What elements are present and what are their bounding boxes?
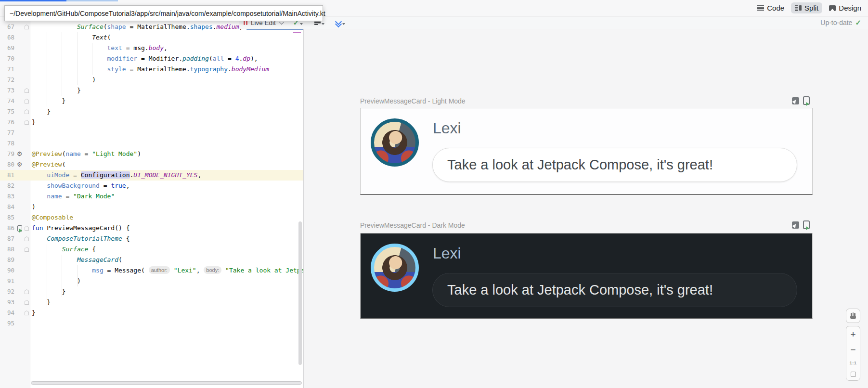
compose-preview-pane: PreviewMessageCard - Light Mode Lexi Tak… (303, 16, 868, 388)
code-text: } (32, 85, 81, 96)
code-text: modifier = Modifier.padding(all = 4.dp), (32, 53, 258, 64)
line-number: 86 (0, 223, 14, 233)
code-text: @Preview( (32, 159, 65, 170)
interactive-preview-icon[interactable] (792, 221, 799, 229)
code-line[interactable]: 79⚙@Preview(name = "Light Mode") (0, 149, 303, 159)
dropdown-caret-icon (322, 23, 324, 25)
code-text: ) (32, 202, 36, 212)
code-line[interactable]: 86fun PreviewMessageCard() { (0, 223, 303, 233)
code-line[interactable]: 77 (0, 128, 303, 138)
view-mode-code[interactable]: Code (753, 2, 788, 13)
code-text: @Preview(name = "Light Mode") (32, 149, 141, 159)
code-line[interactable]: 92 } (0, 286, 303, 297)
dropdown-caret-icon (342, 23, 345, 25)
code-text: } (32, 117, 36, 128)
design-view-label: Design (839, 4, 861, 12)
code-text: } (32, 308, 36, 318)
code-line[interactable]: 91 ) (0, 276, 303, 286)
line-number: 79 (0, 149, 14, 159)
run-preview-icon[interactable] (803, 220, 810, 229)
preview-settings-icon[interactable]: ⚙ (17, 149, 23, 159)
fold-marker-icon[interactable] (25, 226, 29, 231)
line-number: 71 (0, 64, 14, 75)
code-line[interactable]: 82 showBackground = true, (0, 181, 303, 191)
line-number: 92 (0, 286, 14, 297)
zoom-actual-size-button[interactable]: 1:1 (849, 361, 856, 365)
collapse-all-icon[interactable] (335, 20, 341, 26)
code-line[interactable]: 85@Composable (0, 212, 303, 223)
fold-marker-icon[interactable] (25, 120, 29, 125)
dropdown-caret-icon (300, 23, 303, 25)
run-preview-gutter-icon[interactable] (17, 225, 22, 232)
interactive-preview-icon[interactable] (792, 97, 799, 104)
view-mode-switcher: Code Split Design (753, 2, 865, 13)
line-number: 83 (0, 191, 14, 202)
fold-marker-icon[interactable] (25, 88, 29, 93)
split-view-label: Split (804, 4, 818, 12)
fold-marker-icon[interactable] (25, 109, 29, 114)
code-text: } (32, 106, 51, 117)
code-text: ) (32, 75, 96, 85)
pan-tool-button[interactable] (846, 309, 860, 323)
author-name: Lexi (433, 119, 461, 137)
editor-code-area[interactable]: 67 Surface(shape = MaterialTheme.shapes.… (0, 16, 303, 388)
line-number: 84 (0, 202, 14, 212)
zoom-out-button[interactable]: − (850, 345, 855, 354)
code-text: fun PreviewMessageCard() { (32, 223, 130, 233)
code-text: ComposeTutorialTheme { (32, 233, 130, 244)
view-mode-design[interactable]: Design (825, 2, 865, 13)
code-line[interactable]: 72 ) (0, 75, 303, 85)
view-mode-split[interactable]: Split (791, 2, 822, 13)
fold-marker-icon[interactable] (25, 289, 29, 294)
code-text: name = "Dark Mode" (32, 191, 115, 202)
fold-marker-icon[interactable] (25, 247, 29, 252)
dark-preview-actions (792, 220, 810, 229)
code-line[interactable]: 76} (0, 117, 303, 128)
code-line[interactable]: 93 } (0, 297, 303, 308)
code-line[interactable]: 70 modifier = Modifier.padding(all = 4.d… (0, 53, 303, 64)
dark-preview-title[interactable]: PreviewMessageCard - Dark Mode (360, 221, 465, 229)
code-line[interactable]: 87 ComposeTutorialTheme { (0, 233, 303, 244)
selection-mark (293, 32, 301, 33)
run-preview-icon[interactable] (803, 96, 810, 105)
line-number: 74 (0, 96, 14, 106)
code-line[interactable]: 80⚙@Preview( (0, 159, 303, 170)
code-line[interactable]: 94} (0, 308, 303, 318)
dark-preview-card[interactable]: Lexi Take a look at Jetpack Compose, it'… (360, 233, 813, 319)
code-line[interactable]: 88 Surface { (0, 244, 303, 255)
code-line[interactable]: 90 msg = Message( author: "Lexi", body: … (0, 265, 303, 276)
code-text: text = msg.body, (32, 43, 168, 53)
line-number: 93 (0, 297, 14, 308)
zoom-in-button[interactable]: + (850, 330, 855, 339)
code-text: msg = Message( author: "Lexi", body: "Ta… (32, 265, 303, 276)
code-line[interactable]: 75 } (0, 106, 303, 117)
line-number: 73 (0, 85, 14, 96)
code-text: } (32, 286, 65, 297)
code-line[interactable]: 81 uiMode = Configuration.UI_MODE_NIGHT_… (0, 170, 303, 181)
code-line[interactable]: 73 } (0, 85, 303, 96)
line-number: 75 (0, 106, 14, 117)
fold-marker-icon[interactable] (25, 300, 29, 305)
code-line[interactable]: 95 (0, 318, 303, 329)
zoom-to-fit-icon[interactable] (851, 372, 856, 377)
code-line[interactable]: 74 } (0, 96, 303, 106)
line-number: 68 (0, 32, 14, 43)
code-line[interactable]: 78 (0, 138, 303, 149)
editor-horizontal-scrollbar[interactable] (31, 381, 302, 385)
code-line[interactable]: 83 name = "Dark Mode" (0, 191, 303, 202)
editor-vertical-scrollbar[interactable] (298, 221, 302, 365)
fold-marker-icon[interactable] (25, 25, 29, 29)
fold-marker-icon[interactable] (25, 236, 29, 241)
line-number: 78 (0, 138, 14, 149)
fold-marker-icon[interactable] (25, 310, 29, 315)
code-line[interactable]: 69 text = msg.body, (0, 43, 303, 53)
light-preview-title[interactable]: PreviewMessageCard - Light Mode (360, 97, 466, 105)
fold-marker-icon[interactable] (25, 99, 29, 103)
code-line[interactable]: 84) (0, 202, 303, 212)
light-preview-card[interactable]: Lexi Take a look at Jetpack Compose, it'… (360, 108, 813, 195)
code-line[interactable]: 89 MessageCard( (0, 255, 303, 265)
author-name: Lexi (433, 244, 461, 262)
code-line[interactable]: 68 Text( (0, 32, 303, 43)
preview-settings-icon[interactable]: ⚙ (17, 159, 23, 170)
code-line[interactable]: 71 style = MaterialTheme.typography.body… (0, 64, 303, 75)
